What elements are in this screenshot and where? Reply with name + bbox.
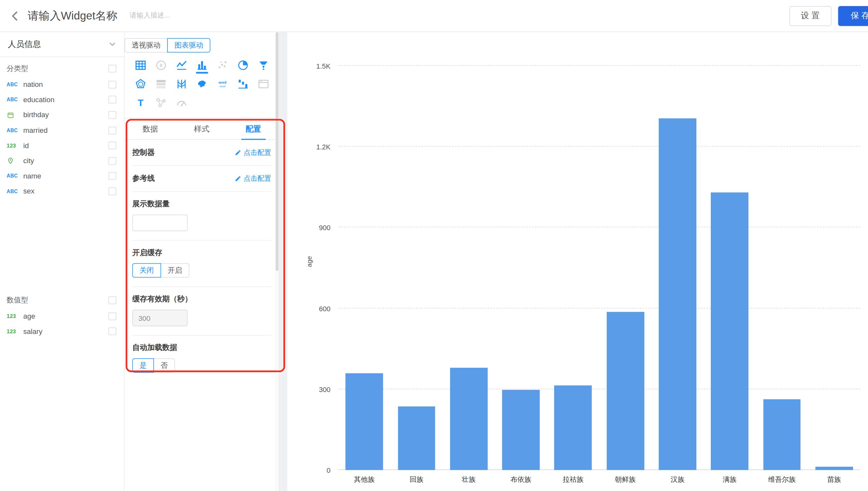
field-checkbox[interactable] (109, 327, 116, 335)
field-row[interactable]: 123id (0, 138, 124, 153)
iframe-chart-icon[interactable] (257, 78, 269, 92)
field-type-label: 数值型 (7, 295, 28, 305)
field-checkbox[interactable] (109, 111, 116, 119)
bar-chart-icon[interactable] (196, 59, 208, 74)
display-count-input[interactable] (132, 214, 188, 231)
x-axis-tick-label: 汉族 (651, 475, 703, 484)
bar[interactable] (815, 467, 853, 470)
radar-chart-icon[interactable] (134, 78, 146, 92)
grid-line (338, 388, 860, 389)
field-name: name (23, 172, 109, 180)
autoload-option[interactable]: 是 (132, 358, 154, 373)
grid-line (338, 146, 860, 147)
wordcloud-chart-icon[interactable]: wordcloud (216, 78, 228, 92)
field-checkbox[interactable] (109, 157, 116, 165)
field-row[interactable]: ABCmarried (0, 123, 124, 138)
bar[interactable] (450, 368, 488, 470)
relation-chart-icon[interactable] (155, 97, 167, 111)
cache-block: 开启缓存 关闭开启 (132, 240, 271, 287)
field-row[interactable]: ABCsex (0, 183, 124, 199)
autoload-toggle: 是否 (132, 358, 175, 373)
field-row[interactable]: ABCeducation (0, 92, 124, 108)
y-axis-tick-label: 600 (296, 305, 330, 313)
save-button[interactable]: 保 存 (838, 6, 868, 26)
field-checkbox[interactable] (109, 81, 116, 88)
text-field-icon: ABC (7, 189, 23, 194)
x-axis-tick-label: 朝鲜族 (599, 475, 651, 484)
waterfall-chart-icon[interactable] (237, 78, 249, 92)
select-all-checkbox[interactable] (109, 65, 116, 73)
settings-button[interactable]: 设 置 (789, 6, 831, 26)
main-content: 人员信息 分类型ABCnationABCeducationbirthdayABC… (0, 32, 868, 491)
field-checkbox[interactable] (109, 96, 116, 104)
data-source-selector[interactable]: 人员信息 (0, 32, 124, 57)
scorecard-chart-icon[interactable]: 8 (155, 59, 167, 74)
bar[interactable] (554, 385, 592, 470)
field-row[interactable]: ABCnation (0, 77, 124, 92)
bar[interactable] (606, 312, 644, 470)
bar[interactable] (398, 407, 436, 470)
scrollbar-thumb[interactable] (276, 32, 279, 271)
field-row[interactable]: 123salary (0, 324, 124, 339)
cache-ttl-block: 缓存有效期（秒） (132, 287, 271, 336)
widget-description-input[interactable]: 请输入描述... (130, 11, 170, 21)
bar[interactable] (711, 193, 749, 470)
field-row[interactable]: 123age (0, 308, 124, 324)
bar[interactable] (659, 118, 696, 470)
reference-line-configure-link[interactable]: 点击配置 (235, 174, 271, 183)
cache-option[interactable]: 开启 (160, 263, 189, 278)
panel-scrollbar[interactable] (275, 32, 279, 491)
pie-chart-icon[interactable] (237, 59, 249, 74)
x-axis-tick-label: 维吾尔族 (756, 475, 808, 484)
back-button[interactable] (8, 9, 22, 23)
field-name: nation (23, 81, 109, 89)
config-tabs: 数据样式配置 (125, 118, 279, 140)
config-tab[interactable]: 样式 (176, 118, 227, 140)
stacked-table-chart-icon[interactable] (155, 78, 167, 92)
chart-preview: age 03006009001.2K1.5K其他族回族壮族布依族拉祜族朝鲜族汉族… (287, 32, 868, 491)
field-checkbox[interactable] (109, 142, 116, 149)
svg-text:8: 8 (160, 63, 162, 68)
table-chart-icon[interactable] (134, 59, 146, 74)
field-name: education (23, 95, 109, 104)
chart-plot: 03006009001.2K1.5K其他族回族壮族布依族拉祜族朝鲜族汉族满族维吾… (338, 66, 860, 470)
text-field-icon: ABC (7, 127, 23, 133)
grid-line (338, 227, 860, 228)
drive-mode-option[interactable]: 透视驱动 (125, 38, 168, 53)
y-axis-tick-label: 300 (296, 386, 330, 394)
bar[interactable] (502, 390, 540, 470)
reference-line-row: 参考线 点击配置 (132, 166, 271, 192)
richtext-chart-icon[interactable]: T (134, 97, 146, 111)
parallel-chart-icon[interactable] (175, 78, 187, 92)
field-row[interactable]: city (0, 153, 124, 169)
config-tab[interactable]: 数据 (125, 118, 176, 140)
funnel-chart-icon[interactable] (257, 59, 269, 74)
field-checkbox[interactable] (109, 187, 116, 195)
config-tab[interactable]: 配置 (227, 118, 279, 140)
field-checkbox[interactable] (109, 312, 116, 320)
drive-mode-option[interactable]: 图表驱动 (167, 38, 210, 53)
scatter-chart-icon[interactable] (216, 59, 228, 74)
field-row[interactable]: ABCname (0, 169, 124, 184)
y-axis-title: age (305, 256, 313, 267)
bar[interactable] (346, 373, 383, 470)
config-section: 控制器 点击配置 参考线 点击配置 (125, 140, 279, 381)
field-checkbox[interactable] (109, 172, 116, 180)
location-icon (7, 157, 23, 165)
number-field-icon: 123 (7, 142, 23, 148)
select-all-checkbox[interactable] (109, 296, 116, 304)
bar[interactable] (763, 399, 801, 470)
line-chart-icon[interactable] (175, 59, 187, 74)
field-checkbox[interactable] (109, 126, 116, 134)
map-chart-icon[interactable] (196, 78, 208, 92)
autoload-option[interactable]: 否 (154, 358, 175, 373)
fields-sidebar: 人员信息 分类型ABCnationABCeducationbirthdayABC… (0, 32, 125, 491)
field-type-header: 数值型 (0, 292, 124, 308)
gauge-chart-icon[interactable] (175, 97, 187, 111)
widget-name-input[interactable]: 请输入Widget名称 (28, 8, 117, 23)
controller-configure-link[interactable]: 点击配置 (235, 148, 271, 157)
controller-configure-label: 点击配置 (244, 148, 271, 157)
field-row[interactable]: birthday (0, 107, 124, 123)
cache-option[interactable]: 关闭 (132, 263, 161, 278)
pencil-icon (235, 149, 241, 156)
